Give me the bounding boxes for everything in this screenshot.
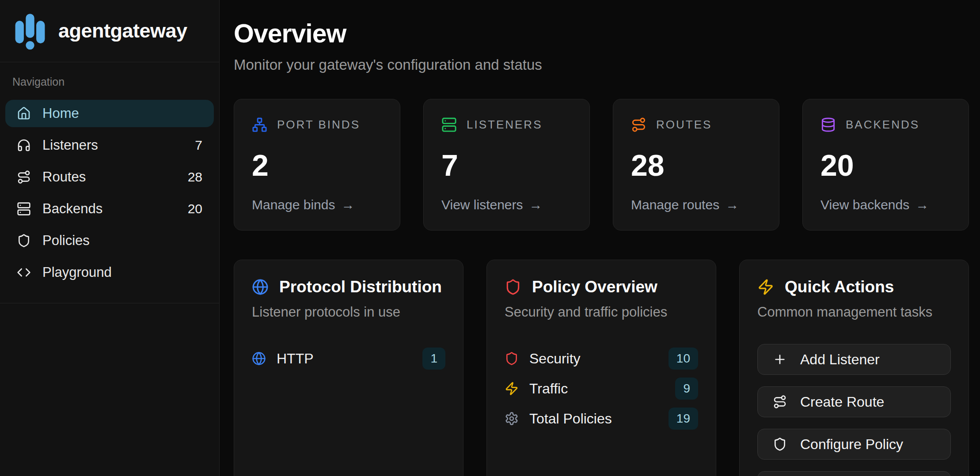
page-title: Overview [234,19,969,49]
sidebar-item-label: Backends [42,201,103,217]
zap-icon [757,279,774,295]
shield-icon [773,437,787,451]
globe-icon [252,351,266,366]
count-badge: 9 [675,378,698,400]
stat-value: 28 [631,150,761,180]
count-badge: 1 [422,348,445,370]
stat-label: BACKENDS [846,118,919,132]
protocol-label: HTTP [277,351,314,367]
app-title: agentgateway [58,19,187,42]
headphones-icon [17,138,31,152]
sidebar-item-label: Listeners [42,137,98,153]
route-icon [17,170,31,184]
view-backends-link[interactable]: View backends→ [820,197,951,212]
stat-label: PORT BINDS [277,118,360,132]
stat-value: 2 [252,150,382,180]
add-listener-button[interactable]: Add Listener [757,344,951,375]
home-icon [17,106,31,121]
zap-icon [505,382,519,396]
sidebar-item-label: Home [42,106,79,121]
route-icon [773,395,787,409]
nav-section-label: Navigation [12,76,207,88]
logo[interactable]: agentgateway [0,0,219,62]
stat-value: 20 [820,150,951,180]
stat-card-routes: ROUTES 28 Manage routes→ [613,99,779,230]
sidebar-item-policies[interactable]: Policies [5,227,214,254]
arrow-right-icon: → [726,197,739,212]
panel-title: Protocol Distribution [279,278,442,296]
code-icon [17,265,31,280]
sidebar-item-routes[interactable]: Routes 28 [5,163,214,191]
policy-label: Traffic [529,381,568,397]
shield-icon [17,234,31,248]
panels-row: Protocol Distribution Listener protocols… [234,260,969,476]
server-icon [17,202,31,216]
count-badge: 10 [669,348,698,370]
create-route-button[interactable]: Create Route [757,386,951,417]
policy-label: Security [529,351,581,367]
policy-row-traffic: Traffic 9 [505,374,698,403]
stat-label: LISTENERS [467,118,543,132]
protocol-distribution-panel: Protocol Distribution Listener protocols… [234,260,463,476]
app-root: agentgateway Navigation Home Listeners 7… [0,0,980,476]
gear-icon [505,412,519,426]
view-listeners-link[interactable]: View listeners→ [441,197,572,212]
route-icon [631,117,646,132]
stat-card-listeners: LISTENERS 7 View listeners→ [423,99,590,230]
main-content: Overview Monitor your gateway's configur… [220,0,980,476]
shield-icon [505,279,521,295]
sidebar-item-count: 28 [188,170,202,185]
network-icon [252,117,267,132]
panel-subtitle: Common management tasks [757,304,951,320]
sidebar-nav: Navigation Home Listeners 7 Routes 28 Ba… [0,62,219,303]
sidebar-item-listeners[interactable]: Listeners 7 [5,132,214,159]
stat-label: ROUTES [656,118,712,132]
arrow-right-icon: → [341,197,354,212]
policy-overview-panel: Policy Overview Security and traffic pol… [486,260,716,476]
sidebar-item-count: 7 [195,138,202,153]
manage-binds-link[interactable]: Manage binds→ [252,197,382,212]
page-subtitle: Monitor your gateway's configuration and… [234,57,969,73]
count-badge: 19 [669,408,698,430]
panel-subtitle: Security and traffic policies [505,304,698,320]
sidebar: agentgateway Navigation Home Listeners 7… [0,0,220,476]
quick-actions-panel: Quick Actions Common management tasks Ad… [739,260,969,476]
policy-row-security: Security 10 [505,344,698,373]
stat-value: 7 [441,150,572,180]
panel-title: Quick Actions [785,278,894,296]
panel-subtitle: Listener protocols in use [252,304,445,320]
sidebar-item-backends[interactable]: Backends 20 [5,195,214,223]
plus-icon [773,352,787,366]
policy-row-total: Total Policies 19 [505,404,698,433]
agentgateway-logo-icon [12,11,48,50]
sidebar-item-label: Policies [42,233,90,249]
sidebar-item-playground[interactable]: Playground [5,259,214,286]
sidebar-item-label: Routes [42,169,86,185]
shield-icon [505,351,519,366]
stat-card-backends: BACKENDS 20 View backends→ [802,99,969,230]
database-icon [820,117,836,132]
manage-routes-link[interactable]: Manage routes→ [631,197,761,212]
sidebar-item-home[interactable]: Home [5,100,214,127]
protocol-row-http: HTTP 1 [252,344,445,373]
stat-card-port-binds: PORT BINDS 2 Manage binds→ [234,99,400,230]
server-icon [441,117,457,132]
policy-label: Total Policies [529,411,612,427]
configure-policy-button[interactable]: Configure Policy [757,429,951,460]
quick-action-button-partial[interactable] [757,471,951,476]
panel-title: Policy Overview [532,278,657,296]
sidebar-item-count: 20 [188,201,202,216]
stats-row: PORT BINDS 2 Manage binds→ LISTENERS 7 V… [234,99,969,230]
sidebar-item-label: Playground [42,264,112,280]
arrow-right-icon: → [529,197,543,212]
arrow-right-icon: → [915,197,929,212]
globe-icon [252,279,269,295]
